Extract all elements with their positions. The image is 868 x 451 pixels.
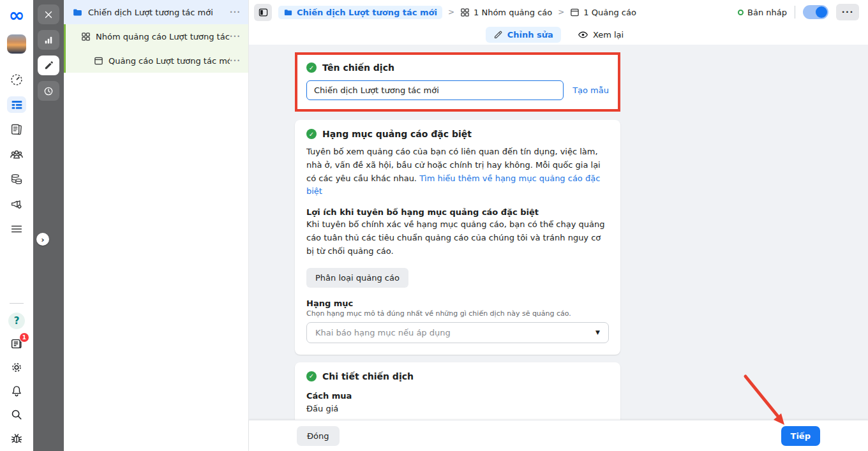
tree-row-adset[interactable]: Nhóm quảng cáo Lượt tương tác mới ••• [64, 24, 248, 48]
editor-rail: › [33, 0, 64, 451]
folder-icon [72, 7, 83, 18]
search-icon[interactable] [10, 408, 24, 424]
whats-new-icon[interactable]: 1 [10, 337, 24, 353]
category-description: Tuyên bố xem quảng cáo của bạn có liên q… [306, 145, 609, 198]
tab-label: Xem lại [593, 30, 624, 40]
category-field-help: Chọn hạng mục mô tả đúng nhất về những g… [306, 309, 609, 318]
edit-pane: ✓ Tên chiến dịch Tạo mẫu ✓ Hạng mục quản… [249, 45, 868, 451]
benefits-body: Khi tuyên bố chính xác về hạng mục quảng… [306, 218, 609, 258]
history-clock-icon[interactable] [38, 81, 59, 101]
eye-icon [578, 29, 588, 40]
campaign-tree-panel: Chiến dịch Lượt tương tác mới ••• Nhóm q… [64, 0, 249, 451]
row-more-icon[interactable]: ••• [230, 58, 248, 64]
campaigns-table-icon[interactable] [7, 96, 26, 113]
topbar: Chiến dịch Lượt tương tác mới > 1 Nhóm q… [249, 0, 868, 45]
tree-row-label: Nhóm quảng cáo Lượt tương tác mới [96, 32, 230, 41]
row-more-icon[interactable]: ••• [230, 34, 248, 40]
chevron-down-icon: ▼ [595, 329, 600, 336]
classify-ads-button[interactable]: Phân loại quảng cáo [306, 268, 408, 288]
tree-row-label: Chiến dịch Lượt tương tác mới [88, 8, 230, 17]
notification-badge: 1 [20, 333, 29, 342]
footer-bar: Đóng Tiếp [249, 420, 868, 451]
performance-chart-icon[interactable] [38, 30, 59, 50]
frame-icon [570, 8, 580, 17]
close-button[interactable]: Đóng [297, 426, 340, 446]
draft-status: Bản nháp [738, 8, 787, 17]
secondary-nav-icons: ? 1 [8, 303, 25, 447]
report-bug-icon[interactable] [10, 431, 24, 447]
account-overview-icon[interactable] [7, 71, 26, 88]
expand-panel-icon[interactable]: › [36, 233, 49, 246]
status-label: Bản nháp [747, 8, 787, 17]
check-icon: ✓ [306, 63, 317, 73]
breadcrumb-campaign[interactable]: Chiến dịch Lượt tương tác mới [278, 6, 442, 19]
frame-icon [94, 56, 103, 66]
tree-row-ad[interactable]: Quảng cáo Lượt tương tác mới ••• [64, 48, 248, 73]
mode-tabs: Chỉnh sửa Xem lại [249, 24, 868, 45]
buying-type-value: Đấu giá [306, 404, 609, 413]
tree-row-label: Quảng cáo Lượt tương tác mới [108, 56, 230, 66]
main-area: Chiến dịch Lượt tương tác mới > 1 Nhóm q… [249, 0, 868, 451]
grid-icon [81, 32, 91, 41]
buying-type-label: Cách mua [306, 391, 609, 401]
app-nav-column: ∞ ? 1 [0, 0, 33, 451]
primary-nav-icons [7, 71, 26, 237]
breadcrumb-label: 1 Nhóm quảng cáo [474, 8, 552, 17]
nav-divider [10, 303, 24, 304]
all-tools-menu-icon[interactable] [7, 221, 26, 237]
tab-label: Chỉnh sửa [507, 30, 553, 40]
notifications-bell-icon[interactable] [10, 384, 24, 400]
breadcrumb-adset[interactable]: 1 Nhóm quảng cáo [460, 8, 552, 17]
tree-row-campaign[interactable]: Chiến dịch Lượt tương tác mới ••• [64, 0, 248, 24]
section-title: Hạng mục quảng cáo đặc biệt [322, 129, 472, 139]
breadcrumb-label: Chiến dịch Lượt tương tác mới [297, 8, 437, 17]
folder-icon [283, 8, 293, 17]
benefits-title: Lợi ích khi tuyên bố hạng mục quảng cáo … [306, 207, 609, 217]
divider [795, 6, 795, 18]
breadcrumb-separator: > [558, 8, 564, 17]
help-icon[interactable]: ? [8, 313, 25, 329]
campaign-on-toggle[interactable] [803, 5, 828, 19]
next-button[interactable]: Tiếp [781, 426, 820, 446]
draft-status-dot [738, 10, 744, 15]
special-category-card: ✓ Hạng mục quảng cáo đặc biệt Tuyên bố x… [295, 120, 620, 355]
close-editor-icon[interactable] [38, 4, 59, 24]
tab-review[interactable]: Xem lại [570, 26, 631, 43]
check-icon: ✓ [306, 371, 317, 381]
dropdown-placeholder: Khai báo hạng mục nếu áp dụng [315, 328, 595, 337]
meta-logo-icon: ∞ [9, 3, 25, 28]
campaign-name-card: ✓ Tên chiến dịch Tạo mẫu [297, 55, 618, 109]
row-more-icon[interactable]: ••• [230, 10, 248, 15]
settings-gear-icon[interactable] [10, 360, 24, 376]
account-avatar[interactable] [7, 34, 26, 54]
grid-icon [460, 8, 470, 17]
section-title: Tên chiến dịch [322, 63, 394, 73]
check-icon: ✓ [306, 129, 317, 139]
breadcrumb-ad[interactable]: 1 Quảng cáo [570, 8, 636, 17]
campaign-name-input[interactable] [306, 80, 564, 100]
annotation-red-box: ✓ Tên chiến dịch Tạo mẫu [295, 52, 620, 112]
breadcrumb-separator: > [448, 8, 454, 17]
pencil-icon [493, 30, 503, 40]
billing-icon[interactable] [7, 171, 26, 188]
breadcrumb: Chiến dịch Lượt tương tác mới > 1 Nhóm q… [249, 0, 868, 24]
ads-settings-icon[interactable] [7, 196, 26, 212]
breadcrumb-label: 1 Quảng cáo [583, 8, 636, 17]
section-title: Chi tiết chiến dịch [322, 371, 414, 381]
category-dropdown[interactable]: Khai báo hạng mục nếu áp dụng ▼ [306, 322, 609, 343]
more-options-button[interactable]: ••• [836, 4, 859, 20]
create-template-link[interactable]: Tạo mẫu [572, 85, 609, 95]
pages-icon[interactable] [7, 121, 26, 138]
panel-toggle-icon[interactable] [254, 4, 272, 21]
audiences-icon[interactable] [7, 146, 26, 163]
category-field-label: Hạng mục [306, 299, 609, 308]
edit-pencil-icon[interactable] [38, 55, 59, 75]
tab-edit[interactable]: Chỉnh sửa [486, 27, 561, 43]
